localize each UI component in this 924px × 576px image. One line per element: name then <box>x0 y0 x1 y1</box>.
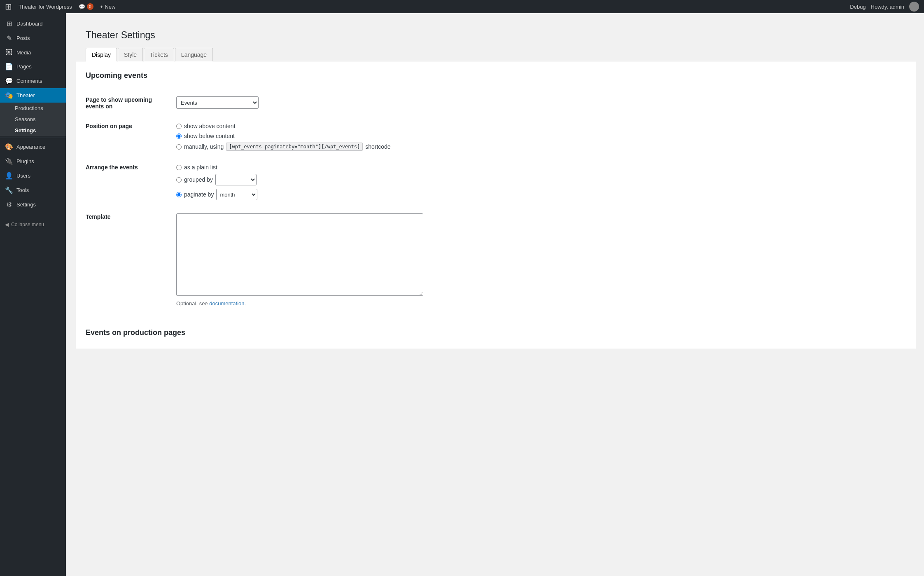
debug-link[interactable]: Debug <box>850 4 866 10</box>
appearance-icon: 🎨 <box>5 143 13 151</box>
template-label: Template <box>86 207 176 313</box>
collapse-label: Collapse menu <box>11 222 44 227</box>
collapse-menu-button[interactable]: ◀ Collapse menu <box>0 218 66 231</box>
theater-submenu: Productions Seasons Settings <box>0 103 66 136</box>
submenu-item-productions[interactable]: Productions <box>0 103 66 114</box>
sidebar-item-appearance[interactable]: 🎨 Appearance <box>0 140 66 154</box>
position-manual-label: manually, using <box>184 143 224 150</box>
sidebar-item-plugins[interactable]: 🔌 Plugins <box>0 154 66 169</box>
plus-icon: + <box>100 4 103 10</box>
arrange-option-plain[interactable]: as a plain list <box>176 164 906 171</box>
submenu-item-seasons[interactable]: Seasons <box>0 114 66 125</box>
comments-icon: 💬 <box>5 77 13 85</box>
sidebar-item-label: Dashboard <box>16 21 43 27</box>
plugins-icon: 🔌 <box>5 157 13 165</box>
dashboard-icon: ⊞ <box>5 20 13 28</box>
position-label: Position on page <box>86 116 176 157</box>
sidebar-item-label: Theater <box>16 92 35 98</box>
position-option-above[interactable]: show above content <box>176 123 906 129</box>
template-cell: Optional, see documentation. <box>176 207 906 313</box>
page-title: Theater Settings <box>76 21 916 47</box>
sidebar-item-settings[interactable]: ⚙ Settings <box>0 197 66 212</box>
position-option-below[interactable]: show below content <box>176 133 906 139</box>
page-to-show-label: Page to show upcoming events on <box>86 90 176 116</box>
user-avatar <box>909 2 919 12</box>
sidebar-item-dashboard[interactable]: ⊞ Dashboard <box>0 16 66 31</box>
template-description: Optional, see documentation. <box>176 300 906 307</box>
main-content: Theater Settings Display Style Tickets L… <box>66 13 924 576</box>
section-upcoming-title: Upcoming events <box>86 71 906 80</box>
position-radio-above[interactable] <box>176 124 182 129</box>
table-row-position: Position on page show above content <box>86 116 906 157</box>
sidebar-item-label: Plugins <box>16 158 34 164</box>
table-row-page-to-show: Page to show upcoming events on Events H… <box>86 90 906 116</box>
arrange-radio-paginate[interactable] <box>176 192 182 197</box>
new-content-link[interactable]: + New <box>100 4 116 10</box>
sidebar-item-theater[interactable]: 🎭 Theater <box>0 88 66 103</box>
comments-count: 0 <box>87 3 93 10</box>
media-icon: 🖼 <box>5 49 13 56</box>
menu-separator-1 <box>0 138 66 138</box>
table-row-template: Template Optional, see documentation. <box>86 207 906 313</box>
position-cell: show above content show below content ma… <box>176 116 906 157</box>
sidebar-item-media[interactable]: 🖼 Media <box>0 45 66 59</box>
arrange-radio-group: as a plain list grouped by day month <box>176 164 906 200</box>
arrange-label: Arrange the events <box>86 157 176 207</box>
sidebar-item-label: Posts <box>16 35 30 41</box>
sidebar-item-label: Pages <box>16 63 32 70</box>
position-radio-group: show above content show below content ma… <box>176 123 906 151</box>
section-divider <box>86 320 906 320</box>
settings-icon: ⚙ <box>5 201 13 208</box>
shortcode-badge: [wpt_events paginateby="month"][/wpt_eve… <box>226 143 363 151</box>
sidebar-item-pages[interactable]: 📄 Pages <box>0 59 66 74</box>
position-option-manual[interactable]: manually, using [wpt_events paginateby="… <box>176 143 906 151</box>
arrange-paginate-label: paginate by <box>184 191 214 198</box>
submenu-item-settings[interactable]: Settings <box>0 125 66 136</box>
sidebar-item-label: Comments <box>16 78 42 84</box>
documentation-link[interactable]: documentation <box>209 300 244 307</box>
arrange-cell: as a plain list grouped by day month <box>176 157 906 207</box>
arrange-radio-grouped[interactable] <box>176 177 182 183</box>
arrange-radio-plain[interactable] <box>176 165 182 170</box>
tab-language[interactable]: Language <box>175 48 213 61</box>
paginate-by-select[interactable]: day month year <box>216 189 257 200</box>
sidebar-item-label: Appearance <box>16 144 45 150</box>
sidebar-item-label: Settings <box>16 201 36 208</box>
sidebar-item-users[interactable]: 👤 Users <box>0 169 66 183</box>
tab-display[interactable]: Display <box>86 48 117 61</box>
settings-panel: Upcoming events Page to show upcoming ev… <box>76 61 916 349</box>
section-production-pages-title: Events on production pages <box>86 328 906 337</box>
arrange-option-grouped[interactable]: grouped by day month year <box>176 174 906 185</box>
howdy-link[interactable]: Howdy, admin <box>871 4 904 10</box>
sidebar-item-label: Media <box>16 49 31 56</box>
comments-link[interactable]: 💬 0 <box>79 3 93 10</box>
settings-form-table: Page to show upcoming events on Events H… <box>86 90 906 313</box>
arrange-grouped-label: grouped by <box>184 176 213 183</box>
shortcode-suffix: shortcode <box>365 143 390 150</box>
sidebar-item-posts[interactable]: ✎ Posts <box>0 31 66 45</box>
page-select[interactable]: Events Home About <box>176 96 259 109</box>
tools-icon: 🔧 <box>5 186 13 194</box>
table-row-arrange: Arrange the events as a plain list <box>86 157 906 207</box>
comments-icon: 💬 <box>79 4 85 10</box>
position-below-label: show below content <box>184 133 235 139</box>
position-above-label: show above content <box>184 123 236 129</box>
sidebar-item-comments[interactable]: 💬 Comments <box>0 74 66 88</box>
site-name-link[interactable]: Theater for Wordpress <box>19 4 72 10</box>
position-radio-manual[interactable] <box>176 144 182 150</box>
admin-bar: ⊞ Theater for Wordpress 💬 0 + New Debug … <box>0 0 924 13</box>
tab-navigation: Display Style Tickets Language <box>76 47 916 61</box>
position-radio-below[interactable] <box>176 133 182 139</box>
tab-tickets[interactable]: Tickets <box>144 48 174 61</box>
arrange-option-paginate[interactable]: paginate by day month year <box>176 189 906 200</box>
page-to-show-cell: Events Home About <box>176 90 906 116</box>
pages-icon: 📄 <box>5 63 13 70</box>
sidebar-item-tools[interactable]: 🔧 Tools <box>0 183 66 197</box>
sidebar-item-label: Tools <box>16 187 29 193</box>
template-textarea[interactable] <box>176 213 423 296</box>
wp-logo-icon: ⊞ <box>5 2 12 12</box>
admin-sidebar: ⊞ Dashboard ✎ Posts 🖼 Media 📄 Pages 💬 Co… <box>0 13 66 576</box>
tab-style[interactable]: Style <box>118 48 143 61</box>
grouped-by-select[interactable]: day month year <box>215 174 257 185</box>
users-icon: 👤 <box>5 172 13 180</box>
